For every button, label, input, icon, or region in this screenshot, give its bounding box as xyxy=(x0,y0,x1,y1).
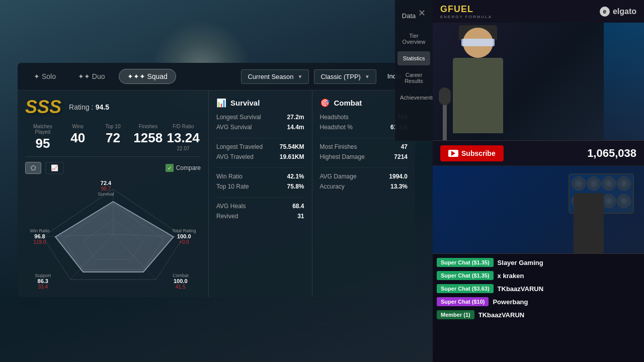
combat-icon: 🎯 xyxy=(320,98,330,108)
person-glasses xyxy=(461,39,495,46)
superchat-badge-3: Super Chat ($3.63) xyxy=(437,284,494,293)
combat-avg-group: AVG Damage 1994.0 Accuracy 13.3% xyxy=(320,173,408,197)
player-rating-row: SSS Rating : 94.5 xyxy=(25,98,201,116)
person-body xyxy=(453,58,503,133)
season-filter[interactable]: Current Season ▼ xyxy=(241,69,309,84)
headshot-pct-row: Headshot % 61.1% xyxy=(320,124,408,131)
solo-icon: ✦ xyxy=(34,72,40,80)
survival-ratio-group: Win Ratio 42.1% Top 10 Rate 75.8% xyxy=(216,173,304,198)
rgb-lights xyxy=(604,23,644,140)
avg-damage-row: AVG Damage 1994.0 xyxy=(320,173,408,180)
knob-8 xyxy=(617,194,631,208)
matches-col: Matches Played 95 xyxy=(25,124,60,151)
wins-col: Wins 40 xyxy=(60,124,96,151)
nav-panel: Data ✕ Tier Overview Statistics Career R… xyxy=(395,0,433,141)
nav-tier-overview[interactable]: Tier Overview xyxy=(397,29,430,49)
player-logo: SSS xyxy=(25,98,61,116)
chat-username-5: TKbaazVARUN xyxy=(478,311,525,319)
avg-survival-row: AVG Survival 14.4m xyxy=(216,124,304,131)
season-dd-arrow: ▼ xyxy=(298,74,303,79)
mic-head xyxy=(439,87,451,105)
nav-achievements[interactable]: Achievements xyxy=(397,90,430,105)
chat-username-1: Slayer Gaming xyxy=(498,259,543,266)
stats-right-panel: 📊 Survival Longest Survival 27.2m AVG Su… xyxy=(209,90,415,297)
rating-display: Rating : 94.5 xyxy=(69,103,109,112)
elgato-brand: e elgato xyxy=(600,7,636,17)
svg-marker-8 xyxy=(55,202,174,272)
chat-message-3: Super Chat ($3.63) TKbaazVARUN xyxy=(437,284,640,293)
combat-headshot-group: Headshots 769 Headshot % 61.1% xyxy=(320,114,408,138)
compare-toggle[interactable]: ✓ Compare xyxy=(166,164,201,172)
finishes-col: Finishes 1258 xyxy=(130,124,166,151)
superchat-badge-1: Super Chat ($1.35) xyxy=(437,258,494,267)
filter-dropdowns: Current Season ▼ Classic (TPP) ▼ India xyxy=(241,69,408,84)
chat-username-2: x kraken xyxy=(498,272,524,280)
survival-heals-group: AVG Heals 68.4 Revived 31 xyxy=(216,203,304,227)
trend-btn[interactable]: 📈 xyxy=(45,162,64,174)
stats-overlay: ✦ Solo ✦✦ Duo ✦✦✦ Squad Current Season ▼… xyxy=(18,63,415,297)
radar-btn[interactable]: ⬠ xyxy=(25,162,41,174)
right-panel: GFUEL ENERGY FORMULA e elgato Subscribe … xyxy=(433,0,644,362)
top10-col: Top 10 72 xyxy=(96,124,131,151)
knob-1 xyxy=(572,176,586,191)
knob-2 xyxy=(587,176,601,191)
radar-chart: 72.4 98.7 Survival Total Rating 100.0 +0… xyxy=(28,179,199,290)
avg-traveled-row: AVG Traveled 19.61KM xyxy=(216,153,304,160)
elgato-icon: e xyxy=(600,7,610,17)
nav-close-button[interactable]: ✕ xyxy=(418,8,426,19)
fdratio-col: F/D Ratio 13.24 22.07 xyxy=(166,124,201,151)
knob-4 xyxy=(617,176,631,191)
accuracy-row: Accuracy 13.3% xyxy=(320,183,408,190)
mode-filter[interactable]: Classic (TPP) ▼ xyxy=(314,69,376,84)
highest-damage-row: Highest Damage 7214 xyxy=(320,153,408,160)
brands-bar: GFUEL ENERGY FORMULA e elgato xyxy=(433,0,644,23)
knob-7 xyxy=(602,194,616,208)
youtube-icon xyxy=(448,150,458,157)
gfuel-brand: GFUEL ENERGY FORMULA xyxy=(440,4,492,19)
webcam-primary xyxy=(433,23,644,141)
subscriber-count: 1,065,038 xyxy=(587,147,636,160)
nav-career-results[interactable]: Career Results xyxy=(397,68,430,88)
radar-totalrating-label: Total Rating 100.0 +0.0 xyxy=(172,228,196,245)
nav-header: Data ✕ xyxy=(402,8,426,24)
radar-support-label: Support 86.3 33.4 xyxy=(35,273,51,290)
yt-play-triangle xyxy=(451,151,455,156)
superchat-badge-2: Super Chat ($1.35) xyxy=(437,271,494,280)
headshots-row: Headshots 769 xyxy=(320,114,408,121)
radar-winratio-label: Win Ratio 96.8 119.0 xyxy=(30,228,50,245)
radar-combat-label: Combat 100.0 41.5 xyxy=(173,273,189,290)
nav-statistics[interactable]: Statistics xyxy=(397,51,430,65)
knob-3 xyxy=(602,176,616,191)
stats-main: SSS Rating : 94.5 Matches Played 95 Wins… xyxy=(18,90,415,297)
squad-icon: ✦✦✦ xyxy=(127,72,145,80)
member-badge-1: Member (1) xyxy=(437,310,474,319)
chat-message-1: Super Chat ($1.35) Slayer Gaming xyxy=(437,258,640,267)
mic-stand xyxy=(443,100,447,140)
combat-finishes-group: Most Finishes 47 Highest Damage 7214 xyxy=(320,143,408,168)
win-ratio-row: Win Ratio 42.1% xyxy=(216,173,304,180)
summary-stats: Matches Played 95 Wins 40 Top 10 72 Fini… xyxy=(25,124,201,157)
most-finishes-row: Most Finishes 47 xyxy=(320,143,408,150)
tab-duo[interactable]: ✦✦ Duo xyxy=(69,69,114,84)
radar-survival-label: 72.4 98.7 Survival xyxy=(98,180,114,197)
chat-username-4: Powerbang xyxy=(493,298,528,306)
chat-message-2: Super Chat ($1.35) x kraken xyxy=(437,271,640,280)
subscribe-button[interactable]: Subscribe xyxy=(440,145,504,161)
duo-icon: ✦✦ xyxy=(78,72,90,80)
superchat-badge-4: Super Chat ($10) xyxy=(437,297,489,306)
avg-heals-row: AVG Heals 68.4 xyxy=(216,203,304,210)
tab-squad[interactable]: ✦✦✦ Squad xyxy=(119,69,176,84)
graph-controls: ⬠ 📈 ✓ Compare xyxy=(25,162,201,174)
survival-header: 📊 Survival xyxy=(216,98,304,108)
revived-row: Revived 31 xyxy=(216,213,304,220)
chat-area: Super Chat ($1.35) Slayer Gaming Super C… xyxy=(433,254,644,362)
tablet-arm xyxy=(574,193,604,253)
stats-left-panel: SSS Rating : 94.5 Matches Played 95 Wins… xyxy=(18,90,209,297)
chat-message-4: Super Chat ($10) Powerbang xyxy=(437,297,640,306)
longest-survival-row: Longest Survival 27.2m xyxy=(216,114,304,121)
survival-time-group: Longest Survival 27.2m AVG Survival 14.4… xyxy=(216,114,304,138)
subscribe-bar: Subscribe 1,065,038 xyxy=(433,141,644,166)
compare-checkbox[interactable]: ✓ xyxy=(166,164,174,172)
tab-solo[interactable]: ✦ Solo xyxy=(25,69,64,84)
mode-dd-arrow: ▼ xyxy=(365,74,370,79)
